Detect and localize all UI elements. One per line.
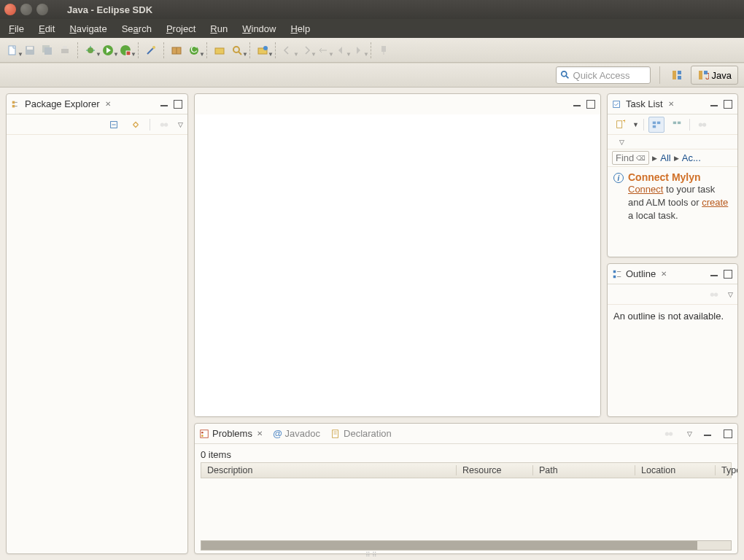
maximize-view-button[interactable] [723,100,733,109]
outline-view-menu[interactable]: ▽ [728,291,733,298]
maximize-view-button[interactable] [173,100,183,109]
new-java-button[interactable] [143,42,159,58]
col-description[interactable]: Description [201,465,457,475]
tab-javadoc[interactable]: @ Javadoc [273,428,320,439]
menu-window[interactable]: Window [235,20,283,37]
tab-declaration[interactable]: Declaration [330,428,392,439]
mylyn-connect-link[interactable]: Connect [628,184,663,195]
new-class-button[interactable]: C▼ [186,42,202,58]
open-task-button[interactable]: ▼ [255,42,271,58]
task-list-icon [612,99,622,109]
new-package-button[interactable] [168,42,185,58]
svg-point-23 [263,46,268,50]
scheduled-button[interactable] [669,117,685,133]
minimize-view-button[interactable] [709,270,719,279]
nav-forward[interactable]: ▼ [350,42,366,58]
link-editor-button[interactable] [128,117,144,133]
svg-point-20 [233,47,239,52]
categorized-button[interactable] [648,117,664,133]
minimize-editor-button[interactable] [572,100,582,109]
mylyn-text-2: a local task. [628,210,678,221]
tasks-all-link[interactable]: All [660,152,670,163]
problems-table-body[interactable] [201,478,732,540]
package-explorer-view: Package Explorer ✕ ▽ [6,93,188,554]
save-button[interactable] [22,42,38,58]
focus-workweek-button[interactable] [694,117,710,133]
nav-prev-annotation[interactable]: ▼ [280,42,296,58]
focus-problems-button[interactable] [661,426,677,442]
new-button[interactable]: ▼ [4,42,20,58]
svg-point-14 [152,46,155,49]
view-menu-button[interactable]: ▽ [178,121,183,128]
svg-line-21 [239,52,241,55]
menu-edit[interactable]: Edit [31,20,62,37]
col-path[interactable]: Path [533,465,635,475]
new-task-dropdown[interactable]: ▼ [632,121,639,128]
mylyn-create-link[interactable]: create [702,197,728,208]
maximize-window-button[interactable] [36,4,48,15]
menu-project[interactable]: Project [159,20,203,37]
svg-text:+: + [623,120,626,125]
svg-rect-28 [673,71,676,79]
horizontal-scrollbar[interactable] [201,540,732,551]
tasks-activate-link[interactable]: Ac... [682,152,701,163]
nav-back[interactable]: ▼ [333,42,349,58]
menu-navigate[interactable]: Navigate [62,20,114,37]
perspective-java[interactable]: J Java [691,66,738,85]
close-view-icon[interactable]: ✕ [105,100,111,108]
menu-search[interactable]: Search [115,20,159,37]
quick-access-placeholder: Quick Access [573,70,630,81]
tab-problems[interactable]: Problems ✕ [199,428,263,439]
svg-rect-45 [653,121,656,124]
javadoc-icon: @ [273,428,282,439]
col-resource[interactable]: Resource [457,465,533,475]
close-tab-icon[interactable]: ✕ [257,429,263,438]
search-icon [560,70,570,80]
nav-next-annotation[interactable]: ▼ [298,42,314,58]
task-find-input[interactable]: Find ⌫ [612,151,649,165]
declaration-icon [330,429,341,439]
workspace: Package Explorer ✕ ▽ Task List [0,88,744,560]
minimize-view-button[interactable] [709,100,719,109]
new-task-button[interactable]: + [612,117,628,133]
svg-rect-4 [44,47,52,55]
debug-button[interactable]: ▼ [82,42,98,58]
sash-handle[interactable]: ⠿⠿ [365,551,379,559]
minimize-view-button[interactable] [159,100,169,109]
menu-help[interactable]: Help [283,20,317,37]
focus-task-button[interactable] [156,117,172,133]
pin-button[interactable] [376,42,392,58]
print-button[interactable] [57,42,73,58]
save-all-button[interactable] [39,42,55,58]
col-type[interactable]: Type [716,465,738,475]
close-view-icon[interactable]: ✕ [661,270,667,278]
minimize-window-button[interactable] [20,4,32,15]
svg-point-7 [88,47,93,53]
collapse-all-button[interactable] [106,117,122,133]
close-window-button[interactable] [4,4,16,15]
run-last-button[interactable]: ▼ [117,42,133,58]
menu-file[interactable]: File [1,20,31,37]
open-perspective-button[interactable] [669,67,685,83]
task-view-menu[interactable]: ▽ [619,139,624,146]
quick-access-input[interactable]: Quick Access [556,66,651,84]
run-button[interactable]: ▼ [100,42,116,58]
maximize-view-button[interactable] [723,429,733,438]
package-explorer-body[interactable] [7,135,187,553]
editor-body[interactable] [195,114,600,416]
open-type-button[interactable] [212,42,228,58]
nav-last-edit[interactable]: ▼ [315,42,331,58]
search-button[interactable]: ▼ [229,42,245,58]
bottom-view-menu[interactable]: ▽ [687,430,692,438]
maximize-view-button[interactable] [723,270,733,279]
minimize-view-button[interactable] [702,429,713,438]
svg-text:J: J [705,71,709,81]
focus-outline-button[interactable] [706,287,722,303]
col-location[interactable]: Location [635,465,716,475]
svg-rect-46 [653,125,656,128]
close-view-icon[interactable]: ✕ [668,100,674,108]
svg-point-57 [714,292,718,296]
perspective-label: Java [712,70,732,81]
menu-run[interactable]: Run [203,20,235,37]
maximize-editor-button[interactable] [586,100,596,109]
